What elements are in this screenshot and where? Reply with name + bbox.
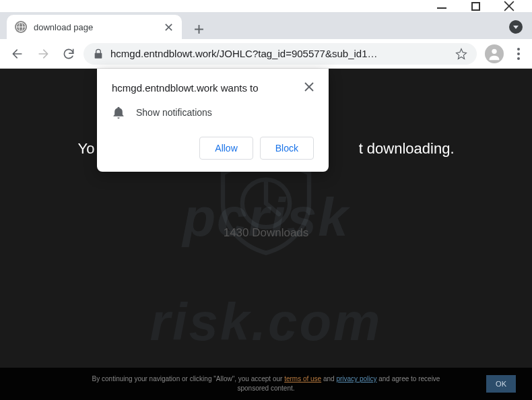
bookmark-star-icon[interactable] xyxy=(455,48,467,60)
profile-avatar[interactable] xyxy=(485,44,504,63)
back-button[interactable] xyxy=(7,43,28,65)
browser-toolbar: hcmgd.entndblowt.work/JOHLC?tag_id=90557… xyxy=(0,39,532,69)
window-minimize-button[interactable] xyxy=(436,1,447,11)
window-titlebar xyxy=(0,0,532,12)
banner-left-fragment: Yo xyxy=(77,140,94,157)
reload-button[interactable] xyxy=(58,43,79,65)
allow-button[interactable]: Allow xyxy=(199,137,253,160)
forward-button[interactable] xyxy=(32,43,54,65)
new-tab-button[interactable] xyxy=(189,19,209,39)
cookie-consent-bar: By continuing your navigation or clickin… xyxy=(0,368,532,400)
cookie-ok-button[interactable]: OK xyxy=(486,375,516,393)
tab-close-button[interactable] xyxy=(163,22,174,32)
bell-icon xyxy=(112,106,125,119)
tab-title: download page xyxy=(34,22,156,32)
svg-point-9 xyxy=(492,48,496,53)
svg-point-10 xyxy=(242,180,290,227)
block-button[interactable]: Block xyxy=(260,137,314,160)
watermark-text-2: risk.com xyxy=(150,292,383,353)
banner-right-fragment: t downloading. xyxy=(359,140,455,157)
tab-strip: download page xyxy=(0,12,532,39)
privacy-link[interactable]: privacy policy xyxy=(336,375,376,382)
window-maximize-button[interactable] xyxy=(470,1,481,11)
permission-title: hcmgd.entndblowt.work wants to xyxy=(112,82,259,94)
url-text: hcmgd.entndblowt.work/JOHLC?tag_id=90557… xyxy=(110,48,448,59)
lock-icon xyxy=(93,48,104,59)
page-content: pcrisk risk.com Yo t downloading. 1430 D… xyxy=(0,69,532,400)
terms-link[interactable]: terms of use xyxy=(284,375,321,382)
downloads-count: 1430 Downloads xyxy=(0,226,532,240)
permission-label: Show notifications xyxy=(136,107,212,118)
globe-icon xyxy=(15,21,27,33)
window-close-button[interactable] xyxy=(504,1,514,11)
address-bar[interactable]: hcmgd.entndblowt.work/JOHLC?tag_id=90557… xyxy=(84,43,477,65)
permission-close-button[interactable] xyxy=(304,82,314,92)
cookie-text: By continuing your navigation or clickin… xyxy=(77,374,455,393)
browser-tab[interactable]: download page xyxy=(7,15,182,39)
notification-permission-dialog: hcmgd.entndblowt.work wants to Show noti… xyxy=(97,69,329,172)
tab-search-button[interactable] xyxy=(509,20,523,34)
browser-menu-button[interactable] xyxy=(512,48,525,60)
